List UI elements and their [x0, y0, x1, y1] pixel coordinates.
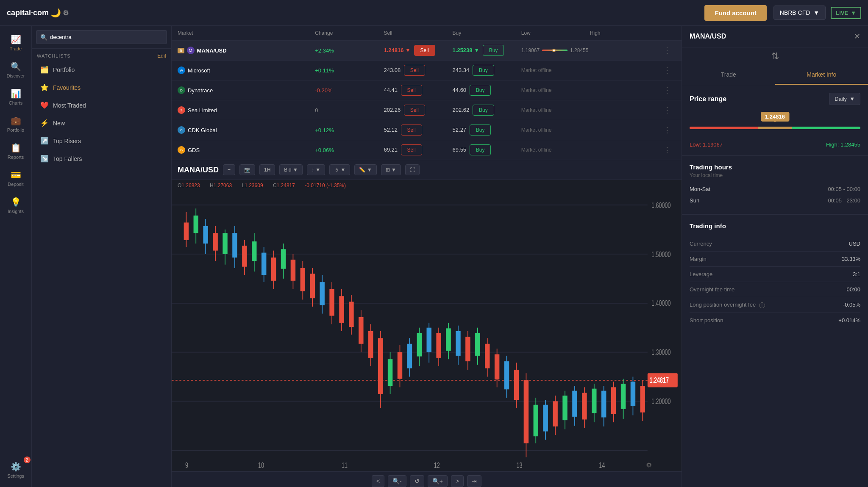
svg-rect-78 — [524, 380, 529, 443]
table-row[interactable]: D Dynatrace -0.20% 44.41 Sell 44.60 Buy … — [172, 80, 682, 100]
menu-item-new[interactable]: ⚡ New — [34, 114, 169, 132]
sidebar-item-deposit[interactable]: 💳 Deposit — [2, 166, 30, 191]
search-input[interactable] — [36, 30, 167, 44]
table-header: Market Change Sell Buy Low High — [172, 26, 682, 41]
sidebar-item-portfolio[interactable]: 💼 Portfolio — [2, 111, 30, 137]
chart-zoom-in-button[interactable]: 🔍+ — [428, 475, 448, 487]
more-options-button[interactable]: ⋮ — [659, 46, 676, 55]
sell-button-dy[interactable]: Sell — [401, 85, 422, 96]
layers-button[interactable]: ⊞ ▼ — [381, 164, 401, 175]
price-range-track — [690, 127, 860, 129]
chart-nav: < 🔍- ↺ 🔍+ > ⇥ — [172, 471, 682, 487]
svg-text:1.60000: 1.60000 — [651, 201, 671, 209]
draw-button[interactable]: ✏️ ▼ — [354, 164, 376, 175]
chart-canvas: 1.60000 1.50000 1.40000 1.30000 1.20000 … — [172, 191, 682, 471]
price-type-button[interactable]: Bid ▼ — [279, 164, 303, 175]
svg-rect-66 — [465, 337, 470, 361]
sidebar-item-charts[interactable]: 📊 Charts — [2, 84, 30, 110]
svg-text:13: 13 — [516, 461, 522, 469]
indicators-button[interactable]: ↕ ▼ — [307, 164, 325, 175]
add-indicator-button[interactable]: + — [223, 164, 235, 175]
screenshot-button[interactable]: 📷 — [239, 164, 255, 175]
table-row[interactable]: 6 M MANA/USD +2.34% 1.24816 ▼ Sell 1.252… — [172, 41, 682, 61]
buy-button-dy[interactable]: Buy — [470, 85, 491, 96]
menu-item-favourites[interactable]: ⭐ Favourites — [34, 79, 169, 96]
table-row[interactable]: C CDK Global +0.12% 52.12 Sell 52.27 Buy… — [172, 120, 682, 140]
buy-button-msft[interactable]: Buy — [473, 65, 494, 76]
more-options-button[interactable]: ⋮ — [659, 125, 676, 135]
portfolio-icon: 💼 — [11, 116, 21, 126]
sidebar-item-discover[interactable]: 🔍 Discover — [2, 57, 30, 83]
sidebar-item-reports[interactable]: 📋 Reports — [2, 138, 30, 164]
sell-button-sea[interactable]: Sell — [404, 105, 425, 116]
sell-button-mana[interactable]: Sell — [414, 45, 435, 56]
menu-item-top-risers[interactable]: ↗️ Top Risers — [34, 132, 169, 149]
chart-reset-button[interactable]: ↺ — [410, 475, 424, 487]
svg-text:1.20000: 1.20000 — [651, 397, 671, 406]
svg-rect-32 — [300, 268, 305, 291]
market-panel: Market Change Sell Buy Low High 6 M MANA… — [172, 26, 682, 487]
table-row[interactable]: G GDS +0.06% 69.21 Sell 69.55 Buy Market… — [172, 140, 682, 160]
menu-item-portfolio[interactable]: 🗂️ Portfolio — [34, 61, 169, 78]
menu-item-most-traded[interactable]: ❤️ Most Traded — [34, 97, 169, 114]
right-panel-header: MANA/USD ✕ — [682, 26, 868, 47]
live-badge[interactable]: LIVE ▼ — [831, 7, 861, 19]
buy-button-gds[interactable]: Buy — [470, 144, 491, 155]
chart-zoom-out-button[interactable]: 🔍- — [388, 475, 406, 487]
more-options-button[interactable]: ⋮ — [659, 86, 676, 95]
timeframe-button[interactable]: 1H — [259, 164, 275, 175]
chart-settings-button[interactable]: ⚙ — [646, 461, 652, 469]
more-options-button[interactable]: ⋮ — [659, 105, 676, 115]
svg-rect-8 — [184, 222, 189, 240]
chart-type-button[interactable]: 🕯 ▼ — [329, 164, 350, 175]
svg-rect-38 — [329, 289, 334, 316]
account-selector[interactable]: NBRB CFD ▼ — [773, 6, 826, 20]
fund-account-button[interactable]: Fund account — [704, 5, 766, 21]
svg-text:10: 10 — [258, 461, 264, 469]
right-panel-title: MANA/USD — [690, 33, 726, 40]
sidebar-item-settings[interactable]: ⚙️ 2 Settings — [2, 457, 30, 483]
chart-forward-button[interactable]: > — [451, 475, 464, 487]
sell-button-msft[interactable]: Sell — [404, 65, 425, 76]
svg-rect-22 — [252, 241, 256, 261]
sidebar-item-trade[interactable]: 📈 Trade — [2, 30, 30, 55]
chart-end-button[interactable]: ⇥ — [467, 475, 481, 487]
close-button[interactable]: ✕ — [854, 32, 860, 41]
price-range-tooltip: 1.24816 — [761, 112, 789, 122]
menu-item-top-fallers[interactable]: ↘️ Top Fallers — [34, 150, 169, 167]
sell-button-gds[interactable]: Sell — [401, 144, 422, 155]
edit-button[interactable]: Edit — [157, 53, 166, 59]
more-options-button[interactable]: ⋮ — [659, 145, 676, 155]
trading-hours-subtitle: Your local time — [690, 172, 860, 178]
info-icon[interactable]: i — [759, 302, 765, 308]
svg-rect-50 — [388, 359, 392, 386]
table-row[interactable]: S Sea Limited 0 202.26 Sell 202.62 Buy M… — [172, 100, 682, 120]
buy-button-cdk[interactable]: Buy — [470, 125, 491, 136]
portfolio-menu-icon: 🗂️ — [40, 66, 49, 74]
svg-rect-60 — [436, 333, 441, 358]
buy-button-mana[interactable]: Buy — [483, 45, 504, 56]
sidebar-item-insights[interactable]: 💡 Insights — [2, 193, 30, 218]
sell-button-cdk[interactable]: Sell — [401, 125, 422, 136]
svg-rect-16 — [223, 233, 227, 254]
fullscreen-button[interactable]: ⛶ — [405, 164, 420, 175]
table-row[interactable]: W Microsoft +0.11% 243.08 Sell 243.34 Bu… — [172, 61, 682, 80]
svg-rect-44 — [359, 317, 363, 344]
buy-button-sea[interactable]: Buy — [473, 105, 494, 116]
tab-trade[interactable]: Trade — [682, 65, 775, 85]
market-name: D Dynatrace — [178, 86, 315, 94]
watchlist-header: WATCHLISTS Edit — [32, 49, 171, 61]
svg-rect-34 — [310, 274, 315, 298]
market-name: W Microsoft — [178, 66, 315, 74]
svg-rect-18 — [232, 233, 237, 257]
more-options-button[interactable]: ⋮ — [659, 66, 676, 75]
trade-switch-icon[interactable]: ⇅ — [771, 51, 779, 62]
deposit-icon: 💳 — [11, 170, 21, 180]
most-traded-menu-icon: ❤️ — [40, 101, 49, 109]
svg-rect-58 — [427, 328, 431, 352]
svg-rect-90 — [582, 393, 587, 420]
price-range-header: Price range Daily ▼ — [690, 93, 860, 105]
chart-back-button[interactable]: < — [372, 475, 384, 487]
price-range-dropdown[interactable]: Daily ▼ — [829, 93, 860, 105]
tab-market-info[interactable]: Market Info — [775, 65, 868, 85]
